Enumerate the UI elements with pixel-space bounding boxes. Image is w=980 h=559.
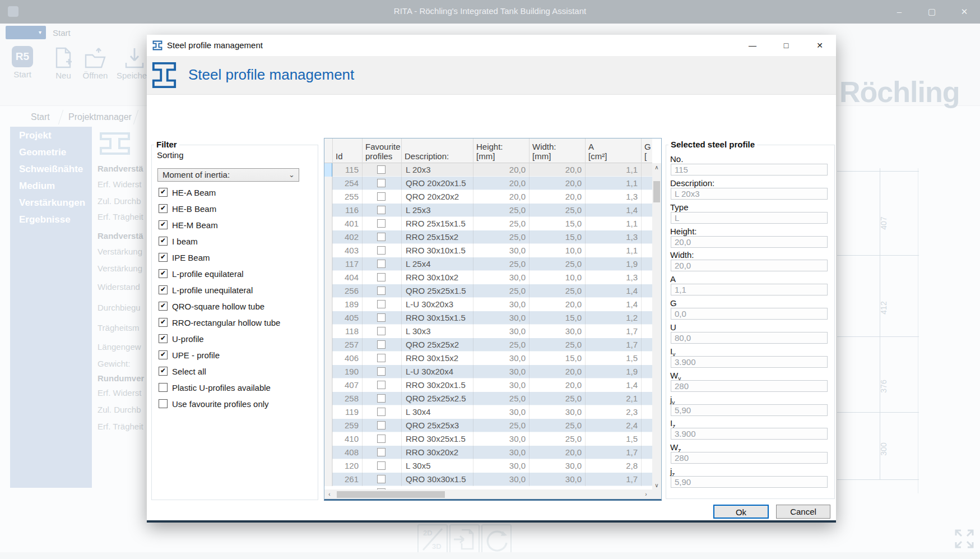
favourite-checkbox[interactable] — [377, 327, 386, 335]
col-header-height[interactable]: Height:[mm] — [473, 142, 529, 163]
table-row[interactable]: 407RRO 30x20x1.530,020,01,4 — [324, 378, 652, 392]
favourite-checkbox[interactable] — [377, 300, 386, 308]
dialog-maximize-button[interactable]: □ — [769, 35, 803, 56]
favourite-checkbox[interactable] — [377, 273, 386, 281]
favourite-checkbox[interactable] — [377, 461, 386, 470]
filter-checkbox-row[interactable]: ✔L-profile equilateral — [159, 269, 310, 280]
favourite-checkbox[interactable] — [377, 287, 386, 295]
checkbox-checked[interactable]: ✔ — [159, 237, 168, 246]
checkbox-unchecked[interactable] — [159, 399, 168, 408]
table-row[interactable]: 402RRO 25x15x225,015,01,3 — [324, 230, 652, 244]
checkbox-checked[interactable]: ✔ — [159, 220, 168, 229]
row-header[interactable] — [324, 244, 332, 257]
row-header[interactable] — [324, 419, 332, 432]
table-row[interactable]: 408RRO 30x20x230,020,01,7 — [324, 446, 652, 459]
table-row[interactable]: 120L 30x530,030,02,8 — [324, 459, 652, 473]
scroll-up-arrow[interactable]: ∧ — [652, 164, 661, 170]
row-header[interactable] — [324, 473, 332, 486]
favourite-checkbox[interactable] — [377, 435, 386, 443]
filter-checkbox-row[interactable]: ✔UPE - profile — [159, 350, 310, 361]
field-input-type[interactable]: L — [671, 212, 828, 224]
dialog-close-button[interactable]: ✕ — [803, 35, 837, 56]
table-row[interactable]: 254QRO 20x20x1.520,020,01,1 — [324, 177, 652, 190]
favourite-checkbox[interactable] — [377, 340, 386, 349]
row-header[interactable] — [324, 311, 332, 325]
filter-checkbox-row[interactable]: ✔QRO-square hollow tube — [159, 301, 310, 312]
table-row[interactable]: 258QRO 25x25x2.525,025,02,1 — [324, 392, 652, 405]
favourite-checkbox[interactable] — [377, 206, 386, 214]
favourite-checkbox[interactable] — [377, 219, 386, 228]
filter-checkbox-row[interactable]: ✔I beam — [159, 236, 310, 247]
field-input-description[interactable]: L 20x3 — [671, 188, 828, 200]
table-row[interactable]: 410RRO 30x25x1.530,025,01,5 — [324, 432, 652, 446]
favourite-checkbox[interactable] — [377, 408, 386, 416]
horizontal-scrollbar[interactable]: ‹ › — [324, 489, 661, 500]
checkbox-checked[interactable]: ✔ — [159, 334, 168, 343]
row-header[interactable] — [324, 257, 332, 271]
filter-checkbox-row[interactable]: Plastic U-profiles available — [159, 382, 310, 394]
sorting-dropdown[interactable]: Moment of inertia: ⌄ — [157, 168, 299, 182]
table-row[interactable]: 119L 30x430,030,02,3 — [324, 405, 652, 419]
field-input-iy[interactable]: 3.900 — [671, 356, 828, 368]
row-header[interactable] — [324, 365, 332, 378]
row-header[interactable] — [324, 190, 332, 204]
row-header[interactable] — [324, 338, 332, 352]
favourite-checkbox[interactable] — [377, 394, 386, 403]
favourite-checkbox[interactable] — [377, 165, 386, 174]
table-row[interactable]: 116L 25x325,025,01,4 — [324, 204, 652, 217]
filter-checkbox-row[interactable]: ✔L-profile unequilateral — [159, 285, 310, 296]
scroll-left-arrow[interactable]: ‹ — [326, 491, 333, 497]
filter-checkbox-row[interactable]: ✔HE-B Beam — [159, 204, 310, 215]
col-header-favourite[interactable]: Favouriteprofiles — [362, 142, 401, 163]
table-row[interactable]: 406RRO 30x15x230,015,01,5 — [324, 352, 652, 365]
row-header[interactable] — [324, 446, 332, 459]
checkbox-checked[interactable]: ✔ — [159, 367, 168, 376]
row-header[interactable] — [324, 177, 332, 190]
filter-checkbox-row[interactable]: ✔HE-M Beam — [159, 220, 310, 231]
table-row[interactable]: 405RRO 30x15x1.530,015,01,2 — [324, 311, 652, 325]
col-header-g[interactable]: G[ — [641, 142, 652, 163]
vertical-scroll-thumb[interactable] — [653, 181, 660, 202]
favourite-checkbox[interactable] — [377, 260, 386, 268]
favourite-checkbox[interactable] — [377, 179, 386, 187]
favourite-checkbox[interactable] — [377, 367, 386, 376]
horizontal-scroll-thumb[interactable] — [337, 491, 445, 498]
checkbox-checked[interactable]: ✔ — [159, 269, 168, 278]
row-header[interactable] — [324, 432, 332, 446]
row-header[interactable] — [324, 284, 332, 298]
field-input-a[interactable]: 1,1 — [671, 284, 828, 295]
table-row[interactable]: 401RRO 25x15x1.525,015,01,1 — [324, 217, 652, 230]
field-input-g[interactable]: 0,0 — [671, 308, 828, 320]
favourite-checkbox[interactable] — [377, 246, 386, 255]
dialog-minimize-button[interactable]: — — [736, 35, 769, 56]
table-row[interactable]: 403RRO 30x10x1.530,010,01,1 — [324, 244, 652, 257]
table-row[interactable]: 261QRO 30x30x1.530,030,01,7 — [324, 473, 652, 486]
row-header[interactable] — [324, 230, 332, 244]
filter-checkbox-row[interactable]: ✔Select all — [159, 366, 310, 377]
checkbox-checked[interactable]: ✔ — [159, 204, 168, 213]
table-row[interactable]: 118L 30x330,030,01,7 — [324, 325, 652, 338]
filter-checkbox-row[interactable]: ✔IPE Beam — [159, 252, 310, 264]
ok-button[interactable]: Ok — [713, 505, 769, 519]
row-header[interactable] — [324, 217, 332, 230]
field-input-jy[interactable]: 5,90 — [671, 404, 828, 416]
col-header-description[interactable]: Description: — [401, 151, 473, 163]
favourite-checkbox[interactable] — [377, 448, 386, 456]
table-row[interactable]: 190L-U 30x20x430,020,01,9 — [324, 365, 652, 378]
col-header-area[interactable]: A[cm²] — [585, 142, 641, 163]
checkbox-checked[interactable]: ✔ — [159, 302, 168, 311]
table-row[interactable]: 117L 25x425,025,01,9 — [324, 257, 652, 271]
row-header[interactable] — [324, 459, 332, 473]
field-input-wz[interactable]: 280 — [671, 452, 828, 464]
filter-checkbox-row[interactable]: Use favourite profiles only — [159, 399, 310, 410]
favourite-checkbox[interactable] — [377, 233, 386, 241]
row-header[interactable] — [324, 271, 332, 284]
field-input-jz[interactable]: 5,90 — [671, 476, 828, 488]
favourite-checkbox[interactable] — [377, 381, 386, 389]
checkbox-checked[interactable]: ✔ — [159, 188, 168, 197]
cancel-button[interactable]: Cancel — [776, 505, 830, 519]
favourite-checkbox[interactable] — [377, 421, 386, 429]
field-input-u[interactable]: 80,0 — [671, 332, 828, 344]
row-header[interactable] — [324, 163, 332, 177]
filter-checkbox-row[interactable]: ✔HE-A Beam — [159, 187, 310, 198]
